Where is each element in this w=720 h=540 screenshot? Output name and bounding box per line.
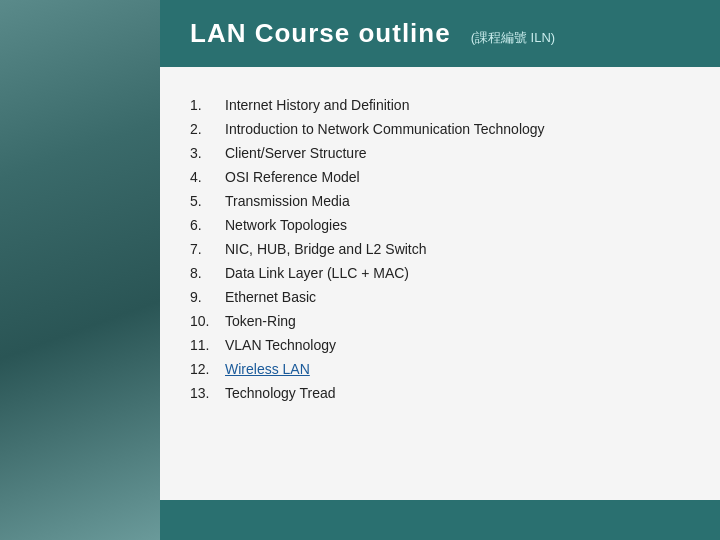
outline-link[interactable]: Wireless LAN <box>225 361 310 377</box>
item-number: 5. <box>190 193 225 209</box>
item-number: 2. <box>190 121 225 137</box>
list-item: 8.Data Link Layer (LLC + MAC) <box>190 265 690 281</box>
outline-text: Client/Server Structure <box>225 145 367 161</box>
item-number: 3. <box>190 145 225 161</box>
item-number: 7. <box>190 241 225 257</box>
item-number: 1. <box>190 97 225 113</box>
content-area: 1.Internet History and Definition2.Intro… <box>160 67 720 500</box>
outline-text: Internet History and Definition <box>225 97 409 113</box>
item-number: 11. <box>190 337 225 353</box>
list-item: 3.Client/Server Structure <box>190 145 690 161</box>
decorative-panel <box>0 0 160 540</box>
outline-text: VLAN Technology <box>225 337 336 353</box>
outline-text: Token-Ring <box>225 313 296 329</box>
item-number: 8. <box>190 265 225 281</box>
list-item: 12.Wireless LAN <box>190 361 690 377</box>
list-item: 13.Technology Tread <box>190 385 690 401</box>
outline-text: Network Topologies <box>225 217 347 233</box>
course-code: (課程編號 ILN) <box>471 29 556 47</box>
list-item: 5.Transmission Media <box>190 193 690 209</box>
outline-list: 1.Internet History and Definition2.Intro… <box>190 97 690 401</box>
list-item: 10.Token-Ring <box>190 313 690 329</box>
main-content: LAN Course outline (課程編號 ILN) 1.Internet… <box>160 0 720 540</box>
outline-text: NIC, HUB, Bridge and L2 Switch <box>225 241 427 257</box>
list-item: 4.OSI Reference Model <box>190 169 690 185</box>
bottom-bar <box>160 500 720 540</box>
item-number: 4. <box>190 169 225 185</box>
item-number: 12. <box>190 361 225 377</box>
list-item: 1.Internet History and Definition <box>190 97 690 113</box>
list-item: 9.Ethernet Basic <box>190 289 690 305</box>
page-title: LAN Course outline <box>190 18 451 49</box>
list-item: 6.Network Topologies <box>190 217 690 233</box>
outline-text: Ethernet Basic <box>225 289 316 305</box>
list-item: 11.VLAN Technology <box>190 337 690 353</box>
item-number: 9. <box>190 289 225 305</box>
item-number: 10. <box>190 313 225 329</box>
page-header: LAN Course outline (課程編號 ILN) <box>160 0 720 67</box>
outline-text: Transmission Media <box>225 193 350 209</box>
outline-text: Technology Tread <box>225 385 336 401</box>
outline-text: Data Link Layer (LLC + MAC) <box>225 265 409 281</box>
item-number: 13. <box>190 385 225 401</box>
outline-text: OSI Reference Model <box>225 169 360 185</box>
item-number: 6. <box>190 217 225 233</box>
outline-text: Introduction to Network Communication Te… <box>225 121 545 137</box>
list-item: 2.Introduction to Network Communication … <box>190 121 690 137</box>
list-item: 7.NIC, HUB, Bridge and L2 Switch <box>190 241 690 257</box>
